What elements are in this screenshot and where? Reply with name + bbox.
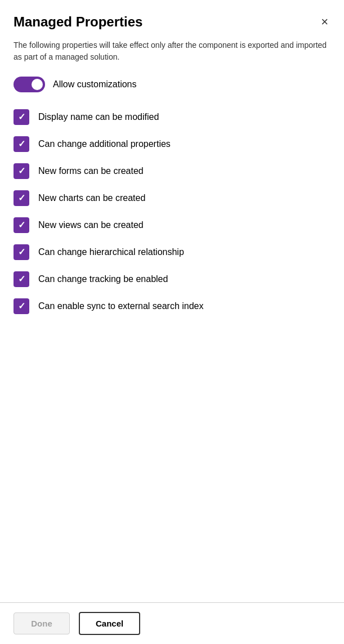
managed-properties-dialog: Managed Properties × The following prope…: [0, 0, 344, 602]
toggle-thumb: [32, 79, 43, 90]
checkmark-icon: ✓: [18, 275, 25, 284]
checkmark-icon: ✓: [18, 113, 25, 122]
checkbox-new-views[interactable]: ✓: [14, 217, 29, 233]
checkbox-row: ✓ Can change hierarchical relationship: [14, 239, 330, 266]
checkbox-label-sync-external: Can enable sync to external search index: [38, 301, 204, 311]
spacer: [14, 320, 330, 602]
checkmark-icon: ✓: [18, 248, 25, 257]
checkbox-row: ✓ Can change tracking be enabled: [14, 266, 330, 293]
cancel-button[interactable]: Cancel: [79, 612, 140, 635]
checkbox-label-display-name: Display name can be modified: [38, 112, 159, 122]
done-button[interactable]: Done: [14, 612, 70, 634]
checkbox-additional-properties[interactable]: ✓: [14, 136, 29, 152]
checkbox-tracking[interactable]: ✓: [14, 271, 29, 287]
checkmark-icon: ✓: [18, 302, 25, 311]
checkbox-label-new-views: New views can be created: [38, 220, 144, 230]
toggle-track: [14, 77, 45, 92]
checkmark-icon: ✓: [18, 221, 25, 230]
checkbox-row: ✓ Can change additional properties: [14, 131, 330, 158]
dialog-description: The following properties will take effec…: [14, 39, 330, 63]
checkbox-label-tracking: Can change tracking be enabled: [38, 274, 168, 284]
checkbox-row: ✓ New forms can be created: [14, 158, 330, 185]
checkbox-row: ✓ New views can be created: [14, 212, 330, 239]
checkbox-label-new-forms: New forms can be created: [38, 166, 144, 176]
toggle-label: Allow customizations: [53, 79, 137, 90]
checkbox-new-charts[interactable]: ✓: [14, 190, 29, 206]
checkmark-icon: ✓: [18, 140, 25, 149]
checkbox-label-new-charts: New charts can be created: [38, 193, 145, 203]
checkbox-sync-external[interactable]: ✓: [14, 298, 29, 314]
checkbox-row: ✓ Display name can be modified: [14, 104, 330, 131]
checkbox-label-hierarchical-relationship: Can change hierarchical relationship: [38, 247, 184, 257]
checkmark-icon: ✓: [18, 167, 25, 176]
dialog-header: Managed Properties ×: [14, 14, 330, 30]
checkbox-list: ✓ Display name can be modified ✓ Can cha…: [14, 104, 330, 320]
checkbox-row: ✓ Can enable sync to external search ind…: [14, 293, 330, 320]
close-button[interactable]: ×: [319, 14, 330, 30]
allow-customizations-toggle[interactable]: [14, 77, 45, 92]
checkbox-hierarchical-relationship[interactable]: ✓: [14, 244, 29, 260]
dialog-footer: Done Cancel: [0, 602, 344, 644]
checkbox-display-name[interactable]: ✓: [14, 109, 29, 125]
dialog-title: Managed Properties: [14, 14, 142, 30]
checkbox-row: ✓ New charts can be created: [14, 185, 330, 212]
checkbox-label-additional-properties: Can change additional properties: [38, 139, 171, 149]
checkmark-icon: ✓: [18, 194, 25, 203]
toggle-row: Allow customizations: [14, 77, 330, 92]
checkbox-new-forms[interactable]: ✓: [14, 163, 29, 179]
